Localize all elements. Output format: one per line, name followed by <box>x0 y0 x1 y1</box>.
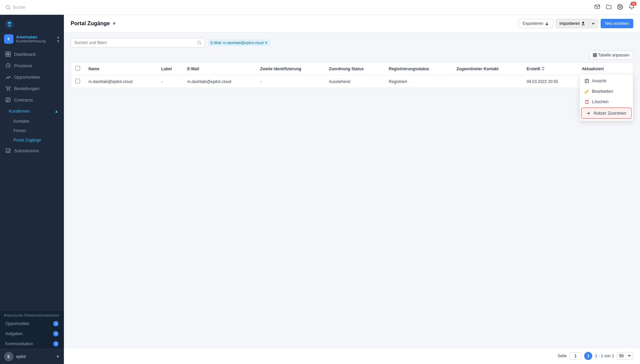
table-header-name: Name <box>84 63 157 75</box>
table-header-aktualisiert: Aktualisiert <box>578 63 633 75</box>
filter-tag-text: E-Mail: m.dashtaki@epilot.cloud <box>211 41 263 45</box>
header-actions: Exportieren Importieren Neu erstellen <box>518 19 633 28</box>
filter-tag-close-icon[interactable]: × <box>265 40 267 45</box>
sidebar-item-label-bestellungen: Bestellungen <box>14 86 39 91</box>
platform-aufgaben-badge: ℹ <box>53 331 59 336</box>
svg-rect-7 <box>6 54 8 56</box>
svg-point-10 <box>7 90 8 90</box>
main-content: Portal Zugänge ▼ Exportieren Importieren <box>64 15 640 364</box>
sidebar-item-kontakte[interactable]: Kontakte <box>13 117 64 126</box>
table-header-erstellt[interactable]: Erstellt <box>523 63 578 75</box>
sidebar-item-label-opportunities: Opportunities <box>14 75 40 80</box>
svg-rect-8 <box>8 54 10 56</box>
submissions-icon <box>5 148 11 153</box>
search-box[interactable] <box>71 38 205 47</box>
svg-rect-5 <box>6 52 8 54</box>
svg-rect-21 <box>593 53 595 55</box>
per-page-select[interactable]: 50 25 100 <box>617 352 633 360</box>
row-checkbox-cell <box>71 75 84 88</box>
sidebar-item-portal-zugange[interactable]: Portal Zugänge <box>13 135 64 145</box>
workspace-icon: K <box>4 34 13 44</box>
page-title: Portal Zugänge <box>71 21 110 27</box>
sidebar-platform-aufgaben[interactable]: Aufgaben ℹ <box>0 329 64 339</box>
search-icon <box>5 5 11 10</box>
export-icon <box>545 22 549 26</box>
table-row: m.dashtaki@epilot.cloud - m.dashtaki@epi… <box>71 75 633 88</box>
table-header-email: E-Mail <box>183 63 256 75</box>
assign-icon <box>586 111 591 116</box>
workspace-selector[interactable]: K Arbeitsplatz Kundenbetreuung ▲ ▼ <box>0 32 64 46</box>
platform-kommunikation-badge: ℹ <box>53 341 59 347</box>
context-menu-bearbeiten[interactable]: Bearbeiten <box>580 86 633 96</box>
sidebar-nav: Dashboard Prozesse Opportunities Bestell… <box>0 46 64 311</box>
contracts-icon <box>5 97 11 103</box>
page-header: Portal Zugänge ▼ Exportieren Importieren <box>64 15 640 33</box>
svg-point-4 <box>5 20 14 29</box>
sidebar-item-label-dashboard: Dashboard <box>14 52 36 57</box>
row-checkbox[interactable] <box>75 79 80 83</box>
settings-icon[interactable] <box>617 4 623 11</box>
table-header-zuordnung: Zuordnung Status <box>325 63 385 75</box>
bell-icon[interactable]: 10 <box>629 4 635 11</box>
row-email: m.dashtaki@epilot.cloud <box>183 75 256 88</box>
sidebar-user[interactable]: E epilot ▼ <box>0 349 64 364</box>
portal-zugange-table: Name Label E-Mail Zweite Identifizierung… <box>71 63 633 88</box>
row-erstellt: 09.03.2022 20:55 <box>523 75 578 88</box>
sidebar-item-opportunities[interactable]: Opportunities <box>0 71 64 83</box>
content-area: E-Mail: m.dashtaki@epilot.cloud × Tabell… <box>64 33 640 348</box>
context-menu-loschen-label: Löschen <box>592 99 608 104</box>
page-number-input[interactable] <box>569 352 581 360</box>
table-header-row: Name Label E-Mail Zweite Identifizierung… <box>71 63 633 75</box>
import-button-chevron[interactable] <box>589 19 598 28</box>
search-input[interactable] <box>74 40 195 45</box>
sidebar-platform: Klassische Plattformfunktionen Opportuni… <box>0 311 64 349</box>
trash-icon <box>585 99 589 104</box>
sidebar-item-bestellungen[interactable]: Bestellungen <box>0 83 64 94</box>
sidebar-item-contracts[interactable]: Contracts <box>0 94 64 106</box>
context-menu-loschen[interactable]: Löschen <box>580 96 633 107</box>
context-menu-ansicht[interactable]: Ansicht <box>580 76 633 86</box>
table-adjust-icon <box>593 53 597 57</box>
context-menu: Ansicht Bearbeiten Löschen Nutzer Zuordn… <box>579 74 633 121</box>
sidebar: K Arbeitsplatz Kundenbetreuung ▲ ▼ Dashb… <box>0 15 64 364</box>
sidebar-item-kundinnen[interactable]: KundInnen ▲ <box>0 106 64 117</box>
sidebar-item-dashboard[interactable]: Dashboard <box>0 48 64 60</box>
platform-aufgaben-label: Aufgaben <box>5 331 23 336</box>
sidebar-item-submissions[interactable]: Submissions <box>0 145 64 156</box>
mail-icon[interactable] <box>594 4 600 11</box>
kundinnen-subnav: Kontakte Firmen Portal Zugänge <box>0 117 64 145</box>
sidebar-platform-kommunikation[interactable]: Kommunikation ℹ <box>0 339 64 349</box>
select-all-checkbox[interactable] <box>75 66 80 71</box>
new-button[interactable]: Neu erstellen <box>601 19 633 28</box>
svg-rect-23 <box>593 55 595 57</box>
prozesse-icon <box>5 63 11 68</box>
import-chevron-icon <box>592 22 595 25</box>
row-zweite-id: - <box>256 75 325 88</box>
row-registrierung: Registriert <box>385 75 452 88</box>
svg-point-11 <box>9 90 10 90</box>
topbar-search: Suche <box>5 5 592 10</box>
import-button-main[interactable]: Importieren <box>556 19 589 28</box>
user-chevron-icon: ▼ <box>56 354 60 359</box>
export-button[interactable]: Exportieren <box>518 19 553 28</box>
svg-rect-22 <box>595 53 597 55</box>
topbar: Suche 10 <box>0 0 640 15</box>
folder-icon[interactable] <box>606 4 612 11</box>
total-info: 1 - 1 von 1 <box>595 354 614 358</box>
sidebar-platform-opportunities[interactable]: Opportunities ℹ <box>0 319 64 329</box>
page-btn-1[interactable]: 1 <box>584 352 592 360</box>
opportunities-icon <box>5 74 11 80</box>
table-header-zugeordneter: Zugeordneter Kontakt <box>452 63 523 75</box>
sidebar-item-prozesse[interactable]: Prozesse <box>0 60 64 71</box>
table-adjust-button[interactable]: Tabelle anpassen <box>589 51 633 59</box>
app-layout: K Arbeitsplatz Kundenbetreuung ▲ ▼ Dashb… <box>0 0 640 364</box>
search-filter-row: E-Mail: m.dashtaki@epilot.cloud × <box>71 38 633 47</box>
workspace-sublabel: Kundenbetreuung <box>16 39 45 43</box>
platform-label: Klassische Plattformfunktionen <box>0 311 64 319</box>
table-header-zweite-id: Zweite Identifizierung <box>256 63 325 75</box>
data-table: Name Label E-Mail Zweite Identifizierung… <box>71 62 633 88</box>
user-name: epilot <box>16 354 26 359</box>
context-menu-nutzer-zuordnen[interactable]: Nutzer Zuordnen <box>581 108 632 119</box>
svg-point-19 <box>197 41 200 44</box>
sidebar-item-firmen[interactable]: Firmen <box>13 126 64 135</box>
